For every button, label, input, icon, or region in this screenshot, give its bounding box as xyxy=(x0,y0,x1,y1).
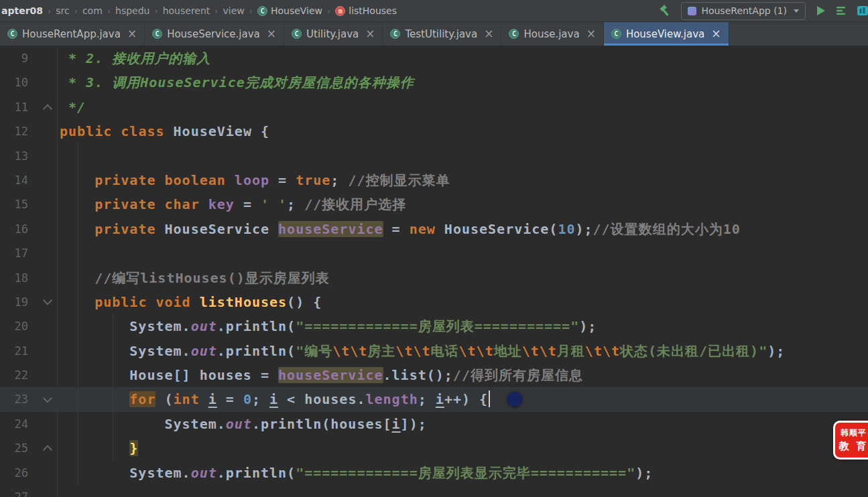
line-number: 20 xyxy=(0,314,28,338)
code-token: "编号 xyxy=(296,343,332,359)
code-text[interactable]: } xyxy=(58,436,868,460)
code-line: 12public class HouseView { xyxy=(0,119,868,143)
profiler-icon[interactable] xyxy=(857,5,868,17)
code-token: \t\t xyxy=(522,343,557,359)
run-button[interactable] xyxy=(816,5,826,16)
breadcrumb-item-hspedu[interactable]: hspedu xyxy=(115,5,149,16)
code-text[interactable]: * 3. 调用HouseService完成对房屋信息的各种操作 xyxy=(58,70,868,94)
code-text[interactable]: private HouseService houseService = new … xyxy=(58,217,868,241)
breadcrumb-item-src[interactable]: src xyxy=(56,5,69,16)
tab-houseservice-java[interactable]: CHouseService.java× xyxy=(145,22,284,46)
code-line: 9 * 2. 接收用户的输入 xyxy=(0,46,868,70)
code-text[interactable]: //编写listHouses()显示房屋列表 xyxy=(58,266,868,290)
code-token: i xyxy=(208,391,217,407)
code-text[interactable]: public class HouseView { xyxy=(58,119,868,143)
breadcrumb-item-houseview[interactable]: CHouseView xyxy=(257,5,322,16)
chevron-down-icon xyxy=(794,9,799,13)
code-line: 11 */ xyxy=(0,95,868,119)
line-number: 13 xyxy=(0,144,28,168)
class-icon: C xyxy=(509,29,519,39)
code-text[interactable]: */ xyxy=(58,95,868,119)
tab-house-java[interactable]: CHouse.java× xyxy=(501,22,603,46)
code-text[interactable]: public void listHouses() { xyxy=(58,290,868,314)
breadcrumb-label: houserent xyxy=(163,5,210,16)
tab-utility-java[interactable]: CUtility.java× xyxy=(284,22,383,46)
breadcrumb-item-com[interactable]: com xyxy=(82,5,103,16)
code-text[interactable] xyxy=(58,485,868,497)
fold-marker xyxy=(28,144,58,168)
code-token: .println( xyxy=(217,318,296,334)
close-icon[interactable]: × xyxy=(484,28,493,40)
code-line: 16 private HouseService houseService = n… xyxy=(0,217,868,241)
code-token xyxy=(112,123,121,139)
code-token: HouseService xyxy=(156,221,278,237)
code-text[interactable]: System.out.println(houses[i]); xyxy=(58,412,868,436)
class-icon: C xyxy=(611,29,621,39)
fold-marker[interactable] xyxy=(28,387,58,411)
code-token: out xyxy=(191,343,217,359)
tab-testutility-java[interactable]: CTestUtility.java× xyxy=(383,22,501,46)
code-token: ; xyxy=(418,391,436,407)
code-token: loop xyxy=(235,172,269,188)
code-text[interactable]: private char key = ' '; //接收用户选择 xyxy=(58,192,868,216)
line-number: 18 xyxy=(0,266,28,290)
fold-marker[interactable] xyxy=(28,95,58,119)
code-token: ); xyxy=(579,318,597,334)
code-line: 26 System.out.println("=============房屋列表… xyxy=(0,461,868,485)
code-token xyxy=(60,391,129,407)
code-token: //设置数组的大小为10 xyxy=(593,221,741,237)
code-text[interactable] xyxy=(58,144,868,168)
breadcrumb-item-houserent[interactable]: houserent xyxy=(163,5,210,16)
code-token: = xyxy=(235,196,261,212)
close-icon[interactable]: × xyxy=(365,28,375,40)
code-token: private xyxy=(95,172,156,188)
code-text[interactable]: * 2. 接收用户的输入 xyxy=(58,46,868,70)
close-icon[interactable]: × xyxy=(586,28,596,40)
fold-marker[interactable] xyxy=(28,290,58,314)
code-token: class xyxy=(121,123,164,139)
breadcrumb-label: src xyxy=(56,5,69,16)
code-token: public xyxy=(95,294,147,310)
code-text[interactable] xyxy=(58,241,868,265)
close-icon[interactable]: × xyxy=(711,28,721,40)
code-token: out xyxy=(191,318,217,334)
breadcrumb-separator: › xyxy=(74,6,78,16)
tab-label: TestUtility.java xyxy=(405,28,477,40)
code-line: 14 private boolean loop = true; //控制显示菜单 xyxy=(0,168,868,192)
code-text[interactable]: System.out.println("编号\t\t房主\t\t电话\t\t地址… xyxy=(58,339,868,363)
code-line: 23 for (int i = 0; i < houses.length; i+… xyxy=(0,387,868,411)
breadcrumb-label: apter08 xyxy=(1,5,43,16)
code-token: 10 xyxy=(558,221,575,237)
fold-marker[interactable] xyxy=(28,436,58,460)
run-config-selector[interactable]: HouseRentApp (1) xyxy=(681,2,806,20)
close-icon[interactable]: × xyxy=(127,28,137,40)
tab-houserentapp-java[interactable]: CHouseRentApp.java× xyxy=(0,22,145,46)
tab-label: HouseView.java xyxy=(626,28,704,40)
breadcrumb-separator: › xyxy=(48,6,51,16)
code-token xyxy=(200,391,208,407)
breadcrumb-item-apter08[interactable]: apter08 xyxy=(1,5,43,16)
breadcrumb-item-view[interactable]: view xyxy=(223,5,245,16)
fold-marker xyxy=(28,46,58,70)
close-icon[interactable]: × xyxy=(267,28,276,40)
code-editor[interactable]: 9 * 2. 接收用户的输入10 * 3. 调用HouseService完成对房… xyxy=(0,46,868,497)
code-token: out xyxy=(226,416,252,432)
code-text[interactable]: System.out.println("=============房屋列表显示完… xyxy=(58,461,868,485)
breadcrumb-separator: › xyxy=(327,6,330,16)
coverage-icon[interactable] xyxy=(836,5,847,16)
line-number: 25 xyxy=(0,436,28,460)
line-number: 14 xyxy=(0,168,28,192)
tab-label: Utility.java xyxy=(306,28,359,40)
code-text[interactable]: System.out.println("=============房屋列表===… xyxy=(58,314,868,338)
build-hammer-icon[interactable] xyxy=(658,5,671,17)
line-number: 15 xyxy=(0,192,28,216)
code-text[interactable]: private boolean loop = true; //控制显示菜单 xyxy=(58,168,868,192)
breadcrumb-item-listhouses[interactable]: mlistHouses xyxy=(335,5,397,16)
line-number: 12 xyxy=(0,119,28,143)
tab-houseview-java[interactable]: CHouseView.java× xyxy=(604,22,729,46)
code-token: System. xyxy=(60,465,191,481)
editor-tabs: CHouseRentApp.java×CHouseService.java×CU… xyxy=(0,22,868,46)
toolbar-controls: HouseRentApp (1) xyxy=(658,2,864,20)
code-text[interactable]: House[] houses = houseService.list();//得… xyxy=(58,363,868,387)
code-text[interactable]: for (int i = 0; i < houses.length; i++) … xyxy=(58,387,868,411)
